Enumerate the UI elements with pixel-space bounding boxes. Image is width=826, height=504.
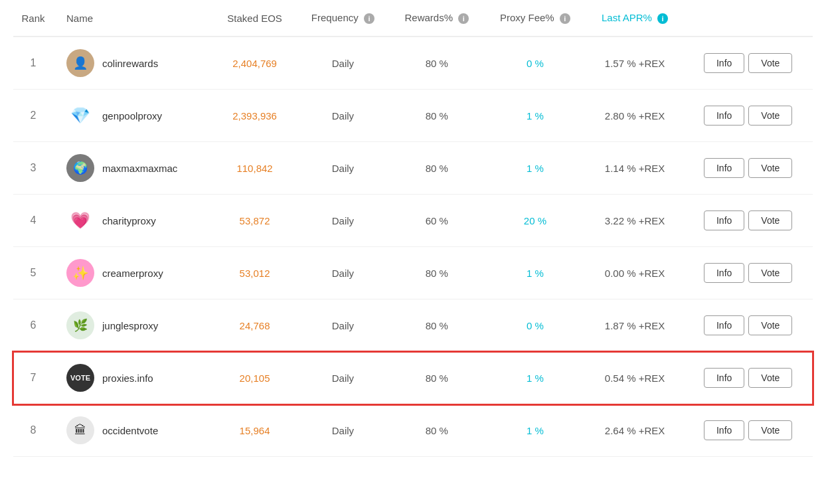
table-row: 3🌍maxmaxmaxmac110,842Daily80 %1 %1.14 % … [13,142,813,195]
info-button[interactable]: Info [704,106,744,126]
avatar: 💎 [66,102,94,129]
col-rewards: Rewards% i [390,0,484,37]
cell-frequency: Daily [296,404,389,457]
cell-actions: InfoVote [683,37,813,90]
table-row: 1👤colinrewards2,404,769Daily80 %0 %1.57 … [13,37,813,90]
col-actions [683,0,813,37]
cell-rewards: 60 % [390,195,484,247]
proxy-name: maxmaxmaxmac [102,163,177,174]
info-button[interactable]: Info [704,53,744,73]
cell-rank: 1 [13,37,53,90]
rewards-info-icon[interactable]: i [458,13,469,24]
cell-frequency: Daily [296,247,389,299]
cell-staked: 24,768 [213,299,296,352]
cell-actions: InfoVote [683,142,813,195]
table-row: 4💗charityproxy53,872Daily60 %20 %3.22 % … [13,195,813,247]
table-row: 6🌿junglesproxy24,768Daily80 %0 %1.87 % +… [13,299,813,352]
cell-proxy-fee: 1 % [484,90,586,142]
cell-actions: InfoVote [683,90,813,142]
cell-last-apr: 0.00 % +REX [586,247,684,299]
cell-last-apr: 1.14 % +REX [586,142,684,195]
cell-actions: InfoVote [683,404,813,457]
vote-button[interactable]: Vote [748,263,792,283]
col-proxy-fee: Proxy Fee% i [484,0,586,37]
vote-button[interactable]: Vote [748,106,792,126]
cell-staked: 2,404,769 [213,37,296,90]
cell-proxy-fee: 0 % [484,37,586,90]
avatar: 🌍 [66,154,94,182]
cell-actions: InfoVote [683,352,813,404]
cell-rewards: 80 % [390,352,484,404]
proxy-name: proxies.info [102,373,153,384]
col-name: Name [53,0,213,37]
cell-actions: InfoVote [683,299,813,352]
cell-last-apr: 0.54 % +REX [586,352,684,404]
info-button[interactable]: Info [704,368,744,388]
cell-name: 🌿junglesproxy [53,299,213,352]
cell-staked: 2,393,936 [213,90,296,142]
proxy-name: genpoolproxy [102,110,162,122]
cell-rewards: 80 % [390,90,484,142]
cell-frequency: Daily [296,195,389,247]
cell-proxy-fee: 0 % [484,299,586,352]
info-button[interactable]: Info [704,210,744,230]
vote-button[interactable]: Vote [748,158,792,178]
cell-frequency: Daily [296,37,389,90]
avatar: VOTE [66,364,94,392]
cell-last-apr: 1.57 % +REX [586,37,684,90]
col-rank: Rank [13,0,53,37]
cell-rewards: 80 % [390,142,484,195]
cell-staked: 20,105 [213,352,296,404]
cell-name: 🌍maxmaxmaxmac [53,142,213,195]
cell-last-apr: 2.80 % +REX [586,90,684,142]
table-header-row: Rank Name Staked EOS Frequency i Rewards… [13,0,813,37]
lastapr-info-icon[interactable]: i [657,13,668,24]
cell-name: 🏛occidentvote [53,404,213,457]
proxy-name: charityproxy [102,215,156,226]
proxy-name: junglesproxy [102,320,158,331]
col-last-apr: Last APR% i [586,0,684,37]
cell-frequency: Daily [296,352,389,404]
cell-rank: 4 [13,195,53,247]
proxy-name: creamerproxy [102,268,163,279]
cell-name: VOTEproxies.info [53,352,213,404]
cell-proxy-fee: 1 % [484,247,586,299]
info-button[interactable]: Info [704,263,744,283]
vote-button[interactable]: Vote [748,420,792,440]
cell-proxy-fee: 20 % [484,195,586,247]
cell-staked: 15,964 [213,404,296,457]
cell-last-apr: 2.64 % +REX [586,404,684,457]
cell-rewards: 80 % [390,247,484,299]
vote-button[interactable]: Vote [748,315,792,335]
table-row: 5✨creamerproxy53,012Daily80 %1 %0.00 % +… [13,247,813,299]
cell-last-apr: 1.87 % +REX [586,299,684,352]
cell-name: 👤colinrewards [53,37,213,90]
info-button[interactable]: Info [704,315,744,335]
cell-proxy-fee: 1 % [484,352,586,404]
table-row: 7VOTEproxies.info20,105Daily80 %1 %0.54 … [13,352,813,404]
cell-rank: 6 [13,299,53,352]
cell-rewards: 80 % [390,299,484,352]
info-button[interactable]: Info [704,158,744,178]
cell-frequency: Daily [296,90,389,142]
cell-rank: 8 [13,404,53,457]
cell-actions: InfoVote [683,247,813,299]
cell-rewards: 80 % [390,37,484,90]
cell-staked: 110,842 [213,142,296,195]
vote-button[interactable]: Vote [748,53,792,73]
avatar: 🌿 [66,311,94,339]
proxy-table: Rank Name Staked EOS Frequency i Rewards… [13,0,813,457]
info-button[interactable]: Info [704,420,744,440]
cell-name: 💗charityproxy [53,195,213,247]
cell-staked: 53,872 [213,195,296,247]
vote-button[interactable]: Vote [748,210,792,230]
cell-frequency: Daily [296,299,389,352]
frequency-info-icon[interactable]: i [364,13,374,24]
avatar: ✨ [66,259,94,287]
avatar: 🏛 [66,416,94,444]
vote-button[interactable]: Vote [748,368,792,388]
cell-frequency: Daily [296,142,389,195]
cell-rank: 7 [13,352,53,404]
cell-rank: 5 [13,247,53,299]
proxyfee-info-icon[interactable]: i [560,13,570,24]
